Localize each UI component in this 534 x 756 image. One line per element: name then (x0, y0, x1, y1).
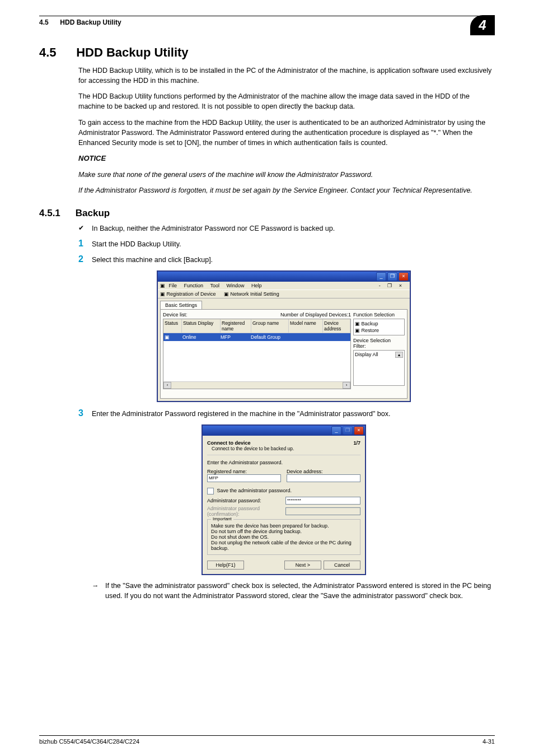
step-number: 3 (78, 409, 92, 418)
device-address-label: Device address: (287, 469, 360, 474)
wizard-page-indicator: 1/7 (353, 440, 360, 446)
notice-text-2: If the Administrator Password is forgott… (78, 185, 495, 195)
important-label: Important (211, 516, 233, 521)
mdi-icon: ▣ (160, 283, 165, 288)
horizontal-scrollbar[interactable]: ‹ › (163, 381, 350, 389)
section-number: 4.5 (39, 45, 73, 60)
function-selection-list[interactable]: ▣ Backup ▣ Restore (353, 319, 405, 335)
admin-password-confirm-field (285, 507, 360, 515)
mdi-restore-button[interactable]: ❐ (387, 283, 392, 288)
section-para-1: The HDD Backup Utility, which is to be i… (78, 66, 495, 86)
running-header-title: HDD Backup Utility (60, 18, 121, 26)
menu-file[interactable]: File (169, 283, 177, 288)
section-heading: 4.5 HDD Backup Utility (39, 45, 495, 60)
subsection-number: 4.5.1 (39, 208, 73, 219)
scroll-right-icon[interactable]: › (343, 382, 350, 389)
close-button[interactable]: × (399, 272, 409, 281)
running-header: 4.5 HDD Backup Utility 4 (39, 16, 495, 35)
registered-name-label: Registered name: (207, 469, 281, 474)
menu-window[interactable]: Window (226, 283, 244, 288)
function-selection-label: Function Selection (353, 312, 405, 318)
footer-model: bizhub C554/C454/C364/C284/C224 (39, 738, 139, 745)
cancel-button[interactable]: Cancel (324, 561, 360, 570)
window-titlebar: _ ❐ × (203, 426, 365, 436)
close-button[interactable]: × (354, 426, 364, 435)
menu-bar: ▣ File Function Tool Window Help - ❐ × (158, 282, 410, 290)
device-table[interactable]: Status Status Display Registered name Gr… (163, 319, 351, 389)
step-2: 2 Select this machine and click [Backup]… (78, 255, 495, 264)
important-text-2: Do not turn off the device during backup… (211, 529, 357, 534)
important-text-3: Do not shut down the OS. (211, 534, 357, 540)
mdi-close-button[interactable]: × (399, 283, 402, 288)
chapter-tab: 4 (470, 15, 495, 35)
device-address-field[interactable] (287, 474, 360, 482)
next-button[interactable]: Next > (284, 561, 321, 570)
save-password-checkbox[interactable] (207, 488, 214, 494)
step-3: 3 Enter the Administrator Password regis… (78, 409, 495, 418)
device-count-label: Number of Displayed Devices:1 (280, 312, 351, 318)
admin-password-confirm-label: Administrator password (confirmation): (207, 506, 285, 517)
table-row[interactable]: ▣ Online MFP Default Group (163, 333, 350, 341)
step-3-note: If the "Save the administrator password"… (92, 581, 495, 601)
filter-label: Device Selection Filter: (353, 338, 405, 349)
tab-strip: Basic Settings (158, 298, 410, 309)
tab-basic-settings[interactable]: Basic Settings (160, 301, 202, 309)
important-group: Important Make sure the device has been … (207, 519, 360, 555)
device-list-label: Device list: (163, 312, 188, 318)
notice-label: NOTICE (78, 153, 495, 164)
menu-tool[interactable]: Tool (210, 283, 219, 288)
menu-function[interactable]: Function (184, 283, 204, 288)
status-icon: ▣ (163, 333, 181, 341)
minimize-button[interactable]: _ (376, 272, 386, 281)
registered-name-field[interactable]: MFP (207, 474, 281, 482)
backup-utility-window: _ ❐ × ▣ File Function Tool Window Help -… (157, 270, 411, 402)
step-1: 1 Start the HDD Backup Utility. (78, 239, 495, 248)
page-footer: bizhub C554/C454/C364/C284/C224 4-31 (39, 735, 495, 745)
dialog-subtitle: Connect to the device to be backed up. (212, 446, 294, 451)
save-password-label: Save the administrator password. (217, 488, 292, 493)
important-text-1: Make sure the device has been prepared f… (211, 523, 357, 529)
toolbar: ▣ Registration of Device ▣ Network Initi… (158, 290, 410, 298)
function-backup[interactable]: ▣ Backup (355, 320, 403, 327)
filter-select[interactable]: Display All ▴ (353, 350, 405, 386)
enter-password-label: Enter the Administrator password. (207, 460, 360, 465)
subsection-title: Backup (76, 208, 110, 218)
section-para-3: To gain access to the machine from the H… (78, 118, 495, 148)
toolbar-registration[interactable]: ▣ Registration of Device (160, 291, 219, 297)
subsection-heading: 4.5.1 Backup (39, 208, 495, 219)
mdi-minimize-button[interactable]: - (379, 283, 381, 288)
toolbar-network[interactable]: ▣ Network Initial Setting (224, 291, 283, 297)
help-button[interactable]: Help(F1) (207, 561, 244, 570)
maximize-button: ❐ (343, 426, 353, 435)
table-header: Status Status Display Registered name Gr… (163, 319, 350, 333)
running-header-num: 4.5 (39, 18, 58, 26)
scroll-left-icon[interactable]: ‹ (163, 382, 171, 389)
menu-help[interactable]: Help (251, 283, 262, 288)
chevron-up-icon[interactable]: ▴ (395, 352, 403, 358)
minimize-button[interactable]: _ (331, 426, 341, 435)
dialog-title: Connect to device (207, 440, 294, 446)
notice-text-1: Make sure that none of the general users… (78, 170, 495, 180)
admin-password-field[interactable]: ******** (285, 497, 360, 505)
window-titlebar: _ ❐ × (158, 272, 410, 282)
section-title: HDD Backup Utility (76, 45, 188, 59)
step-number: 1 (78, 239, 92, 248)
step-number: 2 (78, 255, 92, 264)
important-text-4: Do not unplug the network cable of the d… (211, 540, 357, 551)
admin-password-label: Administrator password: (207, 498, 285, 503)
section-para-2: The HDD Backup Utility functions perform… (78, 91, 495, 111)
bullet-1: In Backup, neither the Administrator Pas… (78, 223, 495, 234)
function-restore[interactable]: ▣ Restore (355, 327, 403, 334)
connect-dialog: _ ❐ × Connect to device Connect to the d… (202, 424, 366, 575)
maximize-button[interactable]: ❐ (387, 272, 397, 281)
footer-page: 4-31 (483, 738, 495, 745)
